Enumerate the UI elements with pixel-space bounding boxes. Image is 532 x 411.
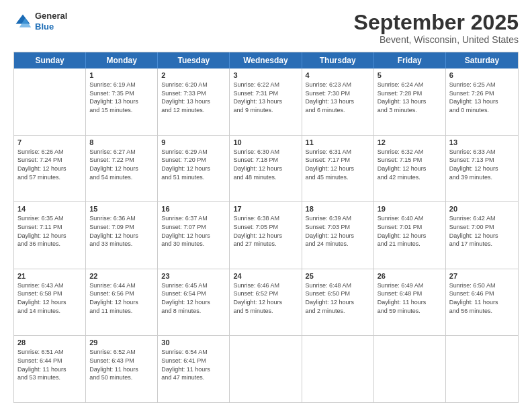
header-day-sunday: Sunday bbox=[14, 52, 86, 68]
header-day-tuesday: Tuesday bbox=[158, 52, 230, 68]
calendar-cell: 13Sunrise: 6:33 AM Sunset: 7:13 PM Dayli… bbox=[446, 136, 518, 202]
calendar-cell: 29Sunrise: 6:52 AM Sunset: 6:43 PM Dayli… bbox=[86, 336, 158, 402]
cell-info: Sunrise: 6:26 AM Sunset: 7:24 PM Dayligh… bbox=[17, 148, 82, 181]
cell-date: 27 bbox=[449, 272, 515, 280]
calendar-cell bbox=[230, 336, 302, 402]
calendar-cell: 4Sunrise: 6:23 AM Sunset: 7:30 PM Daylig… bbox=[302, 68, 374, 135]
title-block: September 2025 Bevent, Wisconsin, United… bbox=[354, 11, 519, 45]
cell-info: Sunrise: 6:54 AM Sunset: 6:41 PM Dayligh… bbox=[161, 348, 226, 381]
cell-date: 26 bbox=[378, 272, 442, 280]
page: General Blue September 2025 Bevent, Wisc… bbox=[0, 0, 532, 411]
calendar-cell: 9Sunrise: 6:29 AM Sunset: 7:20 PM Daylig… bbox=[158, 136, 230, 202]
logo-text: General Blue bbox=[35, 11, 67, 32]
calendar-cell: 7Sunrise: 6:26 AM Sunset: 7:24 PM Daylig… bbox=[14, 136, 86, 202]
cell-date: 22 bbox=[89, 272, 154, 280]
calendar-week-5: 28Sunrise: 6:51 AM Sunset: 6:44 PM Dayli… bbox=[14, 336, 518, 402]
cell-date: 18 bbox=[306, 205, 370, 213]
calendar-cell: 10Sunrise: 6:30 AM Sunset: 7:18 PM Dayli… bbox=[230, 136, 302, 202]
cell-date: 5 bbox=[378, 71, 442, 79]
cell-date: 20 bbox=[449, 205, 515, 213]
calendar-cell: 8Sunrise: 6:27 AM Sunset: 7:22 PM Daylig… bbox=[86, 136, 158, 202]
cell-date: 21 bbox=[17, 272, 82, 280]
calendar-week-4: 21Sunrise: 6:43 AM Sunset: 6:58 PM Dayli… bbox=[14, 269, 518, 336]
month-title: September 2025 bbox=[354, 11, 519, 34]
cell-info: Sunrise: 6:50 AM Sunset: 6:46 PM Dayligh… bbox=[449, 281, 515, 315]
calendar-cell: 1Sunrise: 6:19 AM Sunset: 7:35 PM Daylig… bbox=[86, 68, 158, 135]
cell-date: 11 bbox=[306, 138, 370, 146]
calendar-cell: 18Sunrise: 6:39 AM Sunset: 7:03 PM Dayli… bbox=[302, 202, 374, 269]
cell-date: 30 bbox=[161, 338, 226, 347]
cell-date: 12 bbox=[378, 138, 442, 146]
cell-date: 17 bbox=[233, 205, 298, 213]
cell-date: 14 bbox=[17, 205, 82, 213]
calendar-cell: 16Sunrise: 6:37 AM Sunset: 7:07 PM Dayli… bbox=[158, 202, 230, 269]
cell-date: 7 bbox=[17, 138, 82, 146]
header-day-wednesday: Wednesday bbox=[230, 52, 302, 68]
calendar-cell: 12Sunrise: 6:32 AM Sunset: 7:15 PM Dayli… bbox=[374, 136, 446, 202]
cell-info: Sunrise: 6:24 AM Sunset: 7:28 PM Dayligh… bbox=[378, 81, 442, 114]
calendar-cell: 30Sunrise: 6:54 AM Sunset: 6:41 PM Dayli… bbox=[158, 336, 230, 402]
header-day-thursday: Thursday bbox=[302, 52, 374, 68]
cell-info: Sunrise: 6:33 AM Sunset: 7:13 PM Dayligh… bbox=[449, 148, 515, 181]
cell-info: Sunrise: 6:36 AM Sunset: 7:09 PM Dayligh… bbox=[89, 214, 154, 248]
calendar-cell: 22Sunrise: 6:44 AM Sunset: 6:56 PM Dayli… bbox=[86, 269, 158, 336]
calendar-cell bbox=[302, 336, 374, 402]
calendar-cell: 17Sunrise: 6:38 AM Sunset: 7:05 PM Dayli… bbox=[230, 202, 302, 269]
cell-info: Sunrise: 6:40 AM Sunset: 7:01 PM Dayligh… bbox=[378, 214, 442, 248]
cell-info: Sunrise: 6:49 AM Sunset: 6:48 PM Dayligh… bbox=[378, 281, 442, 315]
cell-info: Sunrise: 6:46 AM Sunset: 6:52 PM Dayligh… bbox=[233, 281, 298, 315]
calendar-cell: 5Sunrise: 6:24 AM Sunset: 7:28 PM Daylig… bbox=[374, 68, 446, 135]
calendar-cell: 15Sunrise: 6:36 AM Sunset: 7:09 PM Dayli… bbox=[86, 202, 158, 269]
cell-info: Sunrise: 6:39 AM Sunset: 7:03 PM Dayligh… bbox=[306, 214, 370, 248]
location: Bevent, Wisconsin, United States bbox=[354, 34, 519, 45]
logo-blue: Blue bbox=[35, 21, 67, 32]
cell-info: Sunrise: 6:48 AM Sunset: 6:50 PM Dayligh… bbox=[306, 281, 370, 315]
calendar-cell: 3Sunrise: 6:22 AM Sunset: 7:31 PM Daylig… bbox=[230, 68, 302, 135]
cell-info: Sunrise: 6:44 AM Sunset: 6:56 PM Dayligh… bbox=[89, 281, 154, 315]
logo: General Blue bbox=[13, 11, 67, 32]
calendar-cell: 21Sunrise: 6:43 AM Sunset: 6:58 PM Dayli… bbox=[14, 269, 86, 336]
calendar-cell: 6Sunrise: 6:25 AM Sunset: 7:26 PM Daylig… bbox=[446, 68, 518, 135]
calendar-cell bbox=[446, 336, 518, 402]
calendar-cell: 23Sunrise: 6:45 AM Sunset: 6:54 PM Dayli… bbox=[158, 269, 230, 336]
cell-date: 24 bbox=[233, 272, 298, 280]
calendar-cell: 28Sunrise: 6:51 AM Sunset: 6:44 PM Dayli… bbox=[14, 336, 86, 402]
calendar-cell: 25Sunrise: 6:48 AM Sunset: 6:50 PM Dayli… bbox=[302, 269, 374, 336]
cell-info: Sunrise: 6:52 AM Sunset: 6:43 PM Dayligh… bbox=[89, 348, 154, 381]
calendar-cell bbox=[374, 336, 446, 402]
calendar-cell: 24Sunrise: 6:46 AM Sunset: 6:52 PM Dayli… bbox=[230, 269, 302, 336]
calendar-cell: 14Sunrise: 6:35 AM Sunset: 7:11 PM Dayli… bbox=[14, 202, 86, 269]
cell-info: Sunrise: 6:22 AM Sunset: 7:31 PM Dayligh… bbox=[233, 81, 298, 114]
cell-info: Sunrise: 6:43 AM Sunset: 6:58 PM Dayligh… bbox=[17, 281, 82, 315]
cell-date: 16 bbox=[161, 205, 226, 213]
cell-info: Sunrise: 6:35 AM Sunset: 7:11 PM Dayligh… bbox=[17, 214, 82, 248]
cell-date: 19 bbox=[378, 205, 442, 213]
cell-info: Sunrise: 6:31 AM Sunset: 7:17 PM Dayligh… bbox=[306, 148, 370, 181]
cell-info: Sunrise: 6:37 AM Sunset: 7:07 PM Dayligh… bbox=[161, 214, 226, 248]
cell-date: 15 bbox=[89, 205, 154, 213]
calendar-cell bbox=[14, 68, 86, 135]
cell-info: Sunrise: 6:29 AM Sunset: 7:20 PM Dayligh… bbox=[161, 148, 226, 181]
calendar-week-2: 7Sunrise: 6:26 AM Sunset: 7:24 PM Daylig… bbox=[14, 136, 518, 203]
cell-date: 29 bbox=[89, 338, 154, 347]
calendar-cell: 20Sunrise: 6:42 AM Sunset: 7:00 PM Dayli… bbox=[446, 202, 518, 269]
cell-info: Sunrise: 6:25 AM Sunset: 7:26 PM Dayligh… bbox=[449, 81, 515, 114]
cell-info: Sunrise: 6:45 AM Sunset: 6:54 PM Dayligh… bbox=[161, 281, 226, 315]
calendar-cell: 2Sunrise: 6:20 AM Sunset: 7:33 PM Daylig… bbox=[158, 68, 230, 135]
logo-general: General bbox=[35, 11, 67, 21]
cell-date: 28 bbox=[17, 338, 82, 347]
calendar-cell: 19Sunrise: 6:40 AM Sunset: 7:01 PM Dayli… bbox=[374, 202, 446, 269]
cell-date: 13 bbox=[449, 138, 515, 146]
cell-date: 3 bbox=[233, 71, 298, 79]
header: General Blue September 2025 Bevent, Wisc… bbox=[13, 11, 519, 45]
cell-info: Sunrise: 6:51 AM Sunset: 6:44 PM Dayligh… bbox=[17, 348, 82, 381]
cell-date: 23 bbox=[161, 272, 226, 280]
calendar-week-3: 14Sunrise: 6:35 AM Sunset: 7:11 PM Dayli… bbox=[14, 202, 518, 269]
calendar-body: 1Sunrise: 6:19 AM Sunset: 7:35 PM Daylig… bbox=[14, 68, 518, 402]
cell-date: 25 bbox=[306, 272, 370, 280]
cell-info: Sunrise: 6:42 AM Sunset: 7:00 PM Dayligh… bbox=[449, 214, 515, 248]
cell-date: 6 bbox=[449, 71, 515, 79]
calendar-header: SundayMondayTuesdayWednesdayThursdayFrid… bbox=[14, 52, 518, 68]
cell-date: 4 bbox=[306, 71, 370, 79]
calendar-cell: 11Sunrise: 6:31 AM Sunset: 7:17 PM Dayli… bbox=[302, 136, 374, 202]
